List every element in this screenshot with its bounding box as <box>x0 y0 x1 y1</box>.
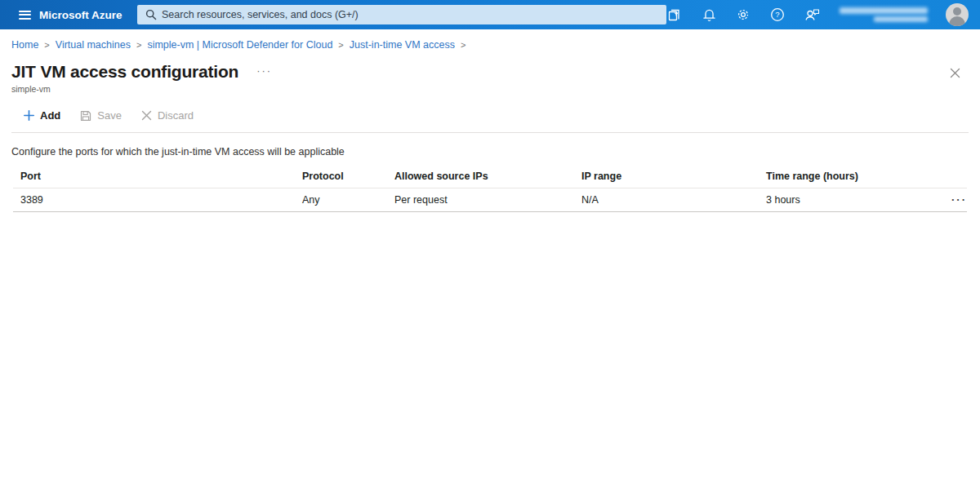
ports-description: Configure the ports for which the just-i… <box>11 146 969 157</box>
plus-icon <box>24 110 34 121</box>
help-icon: ? <box>770 7 785 22</box>
column-header-ip-range: IP range <box>581 171 766 182</box>
account-directory-redacted <box>874 16 928 22</box>
page-header: JIT VM access configuration ··· <box>0 59 980 82</box>
discard-x-icon <box>141 110 152 121</box>
table-header-row: Port Protocol Allowed source IPs IP rang… <box>13 164 967 188</box>
command-toolbar: Add Save Discard <box>11 102 969 133</box>
avatar[interactable] <box>946 3 969 26</box>
close-blade-button[interactable] <box>946 64 964 82</box>
column-header-time-range: Time range (hours) <box>766 171 934 182</box>
breadcrumb-virtual-machines[interactable]: Virtual machines <box>56 39 131 51</box>
breadcrumb-separator: > <box>338 40 343 50</box>
table-row: 3389 Any Per request N/A 3 hours ··· <box>13 188 967 212</box>
topbar-actions: ? <box>632 3 980 26</box>
directory-filter-button[interactable] <box>666 7 683 23</box>
page-more-options-icon[interactable]: ··· <box>256 67 272 75</box>
breadcrumb-separator: > <box>44 40 49 50</box>
search-icon <box>145 9 157 20</box>
cell-protocol: Any <box>302 194 394 206</box>
portal-menu-button[interactable] <box>13 3 36 26</box>
breadcrumb-separator: > <box>136 40 141 50</box>
breadcrumb-home[interactable]: Home <box>11 39 38 51</box>
global-search-box[interactable] <box>137 5 666 24</box>
add-button-label: Add <box>40 109 60 122</box>
column-header-port: Port <box>13 171 302 182</box>
breadcrumb-separator: > <box>461 40 466 50</box>
cell-time-range: 3 hours <box>766 194 934 206</box>
account-email-redacted <box>840 7 928 14</box>
breadcrumb-defender-for-cloud[interactable]: simple-vm | Microsoft Defender for Cloud <box>147 39 332 51</box>
discard-button[interactable]: Discard <box>134 107 201 124</box>
feedback-icon <box>804 7 820 22</box>
account-info-redacted[interactable] <box>840 7 928 22</box>
help-button[interactable]: ? <box>769 7 786 23</box>
cell-port: 3389 <box>13 194 302 206</box>
cell-allowed-source-ips: Per request <box>394 194 581 206</box>
global-search-input[interactable] <box>162 9 666 20</box>
discard-button-label: Discard <box>158 109 194 122</box>
save-button[interactable]: Save <box>73 107 129 124</box>
save-icon <box>80 110 91 122</box>
settings-button[interactable] <box>735 7 751 23</box>
page-subtitle: simple-vm <box>0 82 980 94</box>
ports-table: Port Protocol Allowed source IPs IP rang… <box>13 164 967 212</box>
notifications-button[interactable] <box>701 7 717 23</box>
column-header-allowed-source-ips: Allowed source IPs <box>394 171 581 182</box>
breadcrumb-jit-vm-access[interactable]: Just-in-time VM access <box>350 39 455 51</box>
azure-top-bar: Microsoft Azure <box>0 0 980 29</box>
avatar-person-icon <box>953 7 961 16</box>
breadcrumb: Home > Virtual machines > simple-vm | Mi… <box>0 29 980 59</box>
gear-icon <box>736 7 751 22</box>
feedback-button[interactable] <box>804 7 820 23</box>
page-title: JIT VM access configuration <box>11 62 238 82</box>
hamburger-icon <box>19 8 31 21</box>
bell-icon <box>702 7 716 22</box>
svg-text:?: ? <box>775 10 779 19</box>
save-button-label: Save <box>97 109 122 122</box>
row-more-options-icon[interactable]: ··· <box>947 194 967 206</box>
column-header-protocol: Protocol <box>302 171 394 182</box>
directory-subscription-filter-icon <box>667 7 682 22</box>
azure-brand[interactable]: Microsoft Azure <box>39 9 122 21</box>
cell-ip-range: N/A <box>581 194 766 206</box>
add-button[interactable]: Add <box>16 107 68 124</box>
close-icon <box>950 68 960 78</box>
